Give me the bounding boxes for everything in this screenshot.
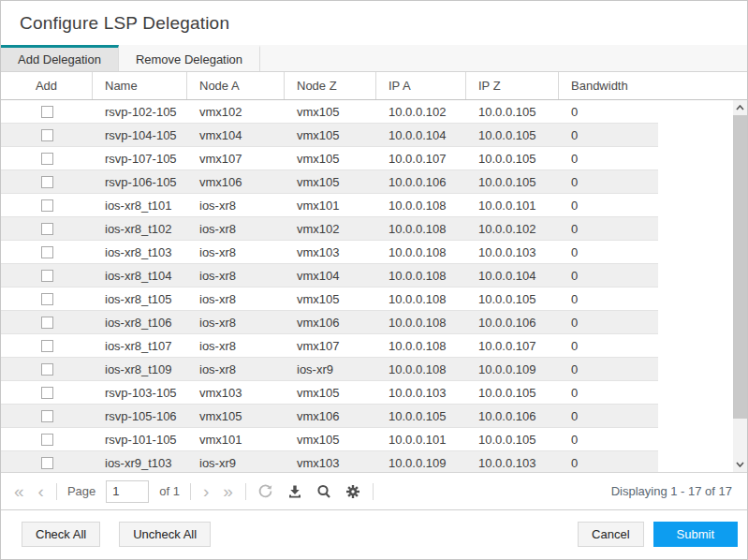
cell-node-a: vmx102 xyxy=(187,105,285,119)
submit-button[interactable]: Submit xyxy=(653,522,738,547)
cell-ip-z: 10.0.0.105 xyxy=(466,128,559,142)
table-row[interactable]: rsvp-102-105 vmx102 vmx105 10.0.0.102 10… xyxy=(1,100,658,124)
table-row[interactable]: rsvp-103-105 vmx103 vmx105 10.0.0.103 10… xyxy=(1,381,658,405)
cell-bandwidth: 0 xyxy=(559,245,658,259)
scroll-down-button[interactable] xyxy=(733,457,747,472)
cell-bandwidth: 0 xyxy=(559,386,658,400)
cell-ip-z: 10.0.0.109 xyxy=(466,362,559,376)
column-header-name[interactable]: Name xyxy=(93,72,187,99)
cell-ip-z: 10.0.0.105 xyxy=(466,386,559,400)
tab-add-delegation[interactable]: Add Delegation xyxy=(1,45,119,71)
first-page-button[interactable]: « xyxy=(12,482,26,500)
cell-ip-a: 10.0.0.108 xyxy=(376,199,466,213)
row-checkbox[interactable] xyxy=(41,106,53,118)
row-add-cell xyxy=(1,199,93,212)
row-checkbox[interactable] xyxy=(41,246,53,258)
cell-ip-z: 10.0.0.106 xyxy=(466,316,559,330)
table-row[interactable]: rsvp-105-106 vmx105 vmx106 10.0.0.105 10… xyxy=(1,405,658,428)
row-checkbox[interactable] xyxy=(41,270,53,282)
row-checkbox[interactable] xyxy=(41,199,53,212)
vertical-scrollbar[interactable] xyxy=(733,100,747,472)
table-row[interactable]: ios-xr8_t102 ios-xr8 vmx102 10.0.0.108 1… xyxy=(1,217,658,241)
row-add-cell xyxy=(1,106,93,118)
cell-ip-a: 10.0.0.108 xyxy=(376,316,466,330)
next-page-button[interactable]: › xyxy=(201,482,211,500)
column-header-bandwidth[interactable]: Bandwidth xyxy=(559,72,747,99)
cell-node-a: vmx105 xyxy=(187,409,285,423)
row-checkbox[interactable] xyxy=(41,176,53,188)
table-row[interactable]: rsvp-101-105 vmx101 vmx105 10.0.0.101 10… xyxy=(1,428,658,451)
page-title: Configure LSP Delegation xyxy=(20,13,229,34)
cell-ip-a: 10.0.0.102 xyxy=(376,105,466,119)
row-checkbox[interactable] xyxy=(41,153,53,165)
cell-ip-a: 10.0.0.108 xyxy=(376,245,466,259)
dialog-footer: Check All Uncheck All Cancel Submit xyxy=(1,509,747,558)
cell-ip-a: 10.0.0.106 xyxy=(376,175,466,189)
last-page-button[interactable]: » xyxy=(221,482,235,500)
cell-ip-z: 10.0.0.103 xyxy=(466,245,559,259)
table-row[interactable]: ios-xr8_t107 ios-xr8 vmx107 10.0.0.108 1… xyxy=(1,334,658,358)
cell-node-z: vmx104 xyxy=(285,269,376,283)
cell-node-z: vmx105 xyxy=(285,175,376,189)
column-header-node-z[interactable]: Node Z xyxy=(285,72,376,99)
table-row[interactable]: ios-xr8_t101 ios-xr8 vmx101 10.0.0.108 1… xyxy=(1,194,658,217)
page-number-input[interactable] xyxy=(106,480,149,503)
row-checkbox[interactable] xyxy=(41,293,53,305)
cell-node-z: vmx107 xyxy=(285,339,376,353)
uncheck-all-button[interactable]: Uncheck All xyxy=(119,522,211,547)
check-all-button[interactable]: Check All xyxy=(22,522,100,547)
prev-page-button[interactable]: ‹ xyxy=(37,482,46,500)
table-row[interactable]: ios-xr9_t103 ios-xr9 vmx103 10.0.0.109 1… xyxy=(1,451,658,472)
cell-node-z: vmx105 xyxy=(285,128,376,142)
row-checkbox[interactable] xyxy=(41,129,53,141)
column-header-node-a[interactable]: Node A xyxy=(187,72,285,99)
cell-name: ios-xr8_t101 xyxy=(93,199,187,213)
scrollbar-thumb[interactable] xyxy=(733,115,747,419)
row-checkbox[interactable] xyxy=(41,457,53,469)
table-row[interactable]: ios-xr8_t105 ios-xr8 vmx105 10.0.0.108 1… xyxy=(1,287,658,311)
cell-node-a: vmx103 xyxy=(187,386,285,400)
table-row[interactable]: rsvp-107-105 vmx107 vmx105 10.0.0.107 10… xyxy=(1,147,658,170)
cell-node-a: ios-xr8 xyxy=(187,199,285,213)
scroll-up-button[interactable] xyxy=(733,100,747,115)
tab-strip: Add Delegation Remove Delegation xyxy=(1,45,747,72)
download-button[interactable] xyxy=(286,482,304,501)
table-row[interactable]: ios-xr8_t109 ios-xr8 ios-xr9 10.0.0.108 … xyxy=(1,358,658,381)
cell-ip-z: 10.0.0.102 xyxy=(466,222,559,236)
row-add-cell xyxy=(1,153,93,165)
row-checkbox[interactable] xyxy=(41,410,53,422)
refresh-button[interactable] xyxy=(257,482,275,501)
cell-ip-z: 10.0.0.101 xyxy=(466,199,559,213)
row-checkbox[interactable] xyxy=(41,223,53,235)
search-button[interactable] xyxy=(315,482,333,501)
cell-ip-z: 10.0.0.105 xyxy=(466,292,559,306)
cell-ip-z: 10.0.0.105 xyxy=(466,105,559,119)
download-icon xyxy=(287,484,302,499)
settings-button[interactable] xyxy=(344,482,362,501)
row-add-cell xyxy=(1,293,93,305)
table-row[interactable]: rsvp-104-105 vmx104 vmx105 10.0.0.104 10… xyxy=(1,124,658,147)
row-checkbox[interactable] xyxy=(41,317,53,329)
row-checkbox[interactable] xyxy=(41,340,53,352)
table-row[interactable]: rsvp-106-105 vmx106 vmx105 10.0.0.106 10… xyxy=(1,170,658,194)
table-header-row: Add Name Node A Node Z IP A IP Z Bandwid… xyxy=(1,72,747,100)
column-header-ip-z[interactable]: IP Z xyxy=(466,72,559,99)
table-row[interactable]: ios-xr8_t103 ios-xr8 vmx103 10.0.0.108 1… xyxy=(1,241,658,264)
row-checkbox[interactable] xyxy=(41,363,53,376)
row-add-cell xyxy=(1,246,93,258)
row-add-cell xyxy=(1,410,93,422)
cancel-button[interactable]: Cancel xyxy=(578,522,643,547)
cell-name: rsvp-101-105 xyxy=(93,433,187,447)
tab-remove-delegation[interactable]: Remove Delegation xyxy=(119,45,260,71)
row-checkbox[interactable] xyxy=(41,387,53,399)
column-header-ip-a[interactable]: IP A xyxy=(376,72,466,99)
table-row[interactable]: ios-xr8_t104 ios-xr8 vmx104 10.0.0.108 1… xyxy=(1,264,658,287)
column-header-add[interactable]: Add xyxy=(1,72,93,99)
cell-bandwidth: 0 xyxy=(559,316,658,330)
cell-node-a: vmx106 xyxy=(187,175,285,189)
cell-bandwidth: 0 xyxy=(559,269,658,283)
cell-node-a: vmx104 xyxy=(187,128,285,142)
row-checkbox[interactable] xyxy=(41,434,53,446)
cell-ip-z: 10.0.0.105 xyxy=(466,433,559,447)
table-row[interactable]: ios-xr8_t106 ios-xr8 vmx106 10.0.0.108 1… xyxy=(1,311,658,334)
